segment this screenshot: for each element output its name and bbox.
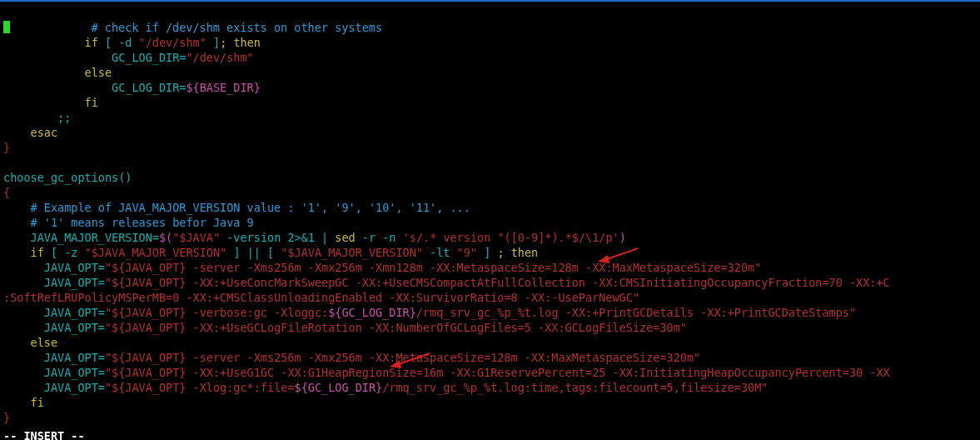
code-line: if [ -d "/dev/shm" ]; then — [3, 36, 261, 49]
code-line: JAVA_OPT="${JAVA_OPT} -Xlog:gc*:file=${G… — [3, 381, 768, 394]
code-editor[interactable]: # check if /dev/shm exists on other syst… — [0, 5, 980, 425]
code-line: JAVA_OPT="${JAVA_OPT} -verbose:gc -Xlogg… — [3, 306, 856, 319]
code-line: :SoftRefLRUPolicyMSPerMB=0 -XX:+CMSClass… — [3, 291, 639, 304]
code-line: GC_LOG_DIR=${BASE_DIR} — [3, 81, 261, 94]
code-line: GC_LOG_DIR="/dev/shm" — [3, 51, 254, 64]
code-line: fi — [3, 96, 98, 109]
code-line: JAVA_OPT="${JAVA_OPT} -XX:+UseConcMarkSw… — [3, 276, 890, 289]
code-line: JAVA_MAJOR_VERSION=$("$JAVA" -version 2>… — [3, 231, 626, 244]
code-line: else — [3, 66, 112, 79]
vim-mode-status: -- INSERT -- — [3, 428, 85, 440]
code-line: ;; — [3, 111, 71, 124]
code-line: # Example of JAVA_MAJOR_VERSION value : … — [3, 201, 470, 214]
code-line: if [ -z "$JAVA_MAJOR_VERSION" ] || [ "$J… — [3, 246, 538, 259]
code-line: # '1' means releases befor Java 9 — [3, 216, 254, 229]
code-line: } — [3, 141, 10, 154]
code-line: choose_gc_options() — [3, 171, 132, 184]
code-line: esac — [3, 126, 57, 139]
code-line: JAVA_OPT="${JAVA_OPT} -server -Xms256m -… — [3, 261, 761, 274]
code-line: else — [3, 336, 57, 349]
code-line: { — [3, 186, 10, 199]
code-line: # check if /dev/shm exists on other syst… — [3, 21, 382, 34]
code-line: JAVA_OPT="${JAVA_OPT} -server -Xms256m -… — [3, 351, 700, 364]
code-line: fi — [3, 396, 44, 409]
code-line: JAVA_OPT="${JAVA_OPT} -XX:+UseGCLogFileR… — [3, 321, 687, 334]
code-line: } — [3, 411, 10, 424]
code-line: JAVA_OPT="${JAVA_OPT} -XX:+UseG1GC -XX:G… — [3, 366, 890, 379]
cursor — [3, 21, 10, 33]
